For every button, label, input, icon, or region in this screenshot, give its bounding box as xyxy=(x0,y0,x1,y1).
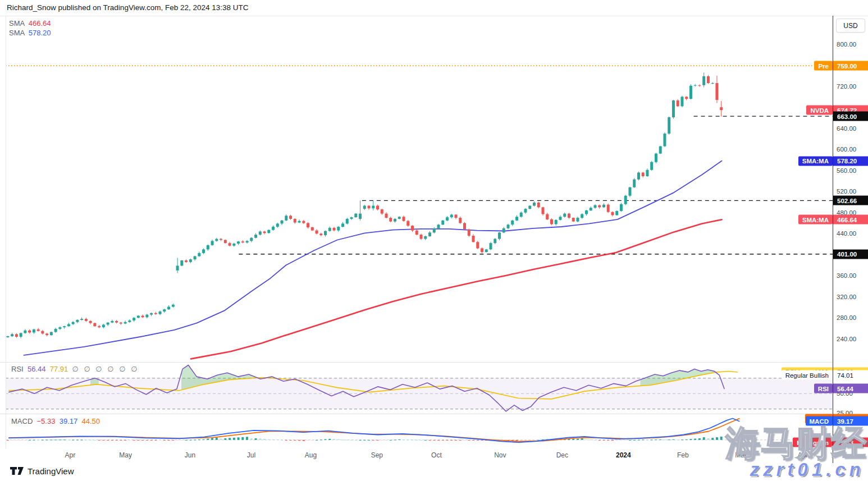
rsi-legend[interactable]: RSI 56.44 77.91 ∅ ∅ ∅ ∅ ∅ ∅ xyxy=(11,365,139,373)
price-pane[interactable] xyxy=(6,66,833,359)
rsi-empty-inputs: ∅ ∅ ∅ ∅ ∅ ∅ xyxy=(72,365,139,373)
tradingview-footer[interactable]: TradingView xyxy=(10,466,74,476)
price-tick-440: 440.00 xyxy=(837,230,856,237)
month-label-apr[interactable]: Apr xyxy=(65,451,76,459)
tradingview-logo-icon xyxy=(10,467,24,475)
sma-fast-legend-row[interactable]: SMA 578.20 xyxy=(9,28,51,38)
sma-fast-label-value[interactable]: 578.20 xyxy=(833,156,868,166)
month-label-oct[interactable]: Oct xyxy=(431,451,442,459)
price-tick-800: 800.00 xyxy=(837,41,856,48)
price-tick-240: 240.00 xyxy=(837,336,856,342)
level-502-label-value[interactable]: 502.66 xyxy=(833,196,868,205)
sma-slow-label-value[interactable]: 466.64 xyxy=(833,215,868,225)
sma-fast-label[interactable]: SMA:MA xyxy=(798,156,833,166)
rsi-ma-legend-value: 77.91 xyxy=(50,365,68,373)
month-label-aug[interactable]: Aug xyxy=(305,451,317,459)
month-label-feb[interactable]: Feb xyxy=(677,451,689,459)
premarket-label[interactable]: Pre xyxy=(814,61,833,71)
sma-label-2: SMA xyxy=(9,29,24,37)
divergence-label[interactable]: Regular Bullish xyxy=(782,370,833,380)
watermark-url: zzrt01.cn xyxy=(750,459,865,480)
rsi-legend-label: RSI xyxy=(11,365,24,373)
month-label-nov[interactable]: Nov xyxy=(494,451,506,459)
price-tick-720: 720.00 xyxy=(837,83,856,90)
price-tick-600: 600.00 xyxy=(837,146,856,153)
month-label-jul[interactable]: Jul xyxy=(247,451,255,459)
indicator-legend[interactable]: SMA 466.64 SMA 578.20 xyxy=(9,19,51,38)
nvda-last-price-label[interactable]: NVDA xyxy=(806,106,833,115)
month-label-sep[interactable]: Sep xyxy=(371,451,383,459)
price-tick-360: 360.00 xyxy=(837,272,856,279)
price-rsi-separator[interactable] xyxy=(0,362,833,363)
sma-label: SMA xyxy=(9,19,24,28)
chart-canvas[interactable] xyxy=(0,0,868,481)
level-663-label-value[interactable]: 663.00 xyxy=(833,112,868,121)
rsi-macd-separator[interactable] xyxy=(0,414,833,414)
tradingview-brand-text: TradingView xyxy=(28,466,74,476)
macd-pane[interactable] xyxy=(6,419,833,443)
premarket-label-value[interactable]: 759.00 xyxy=(833,61,868,71)
macd-hist-value: −5.33 xyxy=(37,417,56,425)
divergence-label-value[interactable]: 74.01 xyxy=(833,370,868,380)
macd-line-value: 39.17 xyxy=(60,417,78,425)
rsi-label[interactable]: RSI xyxy=(814,384,833,393)
tradingview-chart-window: Richard_Snow published on TradingView.co… xyxy=(0,0,868,481)
sma-fast-value: 578.20 xyxy=(29,29,51,37)
price-tick-520: 520.00 xyxy=(837,188,856,195)
price-tick-280: 280.00 xyxy=(837,314,856,321)
currency-unit-button[interactable]: USD xyxy=(836,19,865,33)
plot-left-border xyxy=(6,16,6,449)
month-label-dec[interactable]: Dec xyxy=(556,451,568,459)
rsi-legend-value: 56.44 xyxy=(28,365,46,373)
price-axis[interactable]: 800.00720.00640.00600.00560.00520.00480.… xyxy=(833,16,868,463)
level-401-label-value[interactable]: 401.00 xyxy=(833,249,868,259)
macd-legend-label: MACD xyxy=(11,417,33,425)
sma-slow-legend-row[interactable]: SMA 466.64 xyxy=(9,19,51,28)
month-label-may[interactable]: May xyxy=(119,451,132,459)
price-tick-320: 320.00 xyxy=(837,294,856,300)
macd-signal-value: 44.50 xyxy=(81,417,100,425)
month-label-jun[interactable]: Jun xyxy=(185,451,195,459)
rsi-label-value[interactable]: 56.44 xyxy=(833,384,868,393)
sma-slow-label[interactable]: SMA:MA xyxy=(798,215,833,225)
month-label-2024[interactable]: 2024 xyxy=(616,451,631,459)
price-tick-560: 560.00 xyxy=(837,167,856,174)
sma-slow-value: 466.64 xyxy=(29,19,51,28)
price-tick-640: 640.00 xyxy=(837,125,856,132)
macd-legend[interactable]: MACD −5.33 39.17 44.50 xyxy=(11,417,100,425)
